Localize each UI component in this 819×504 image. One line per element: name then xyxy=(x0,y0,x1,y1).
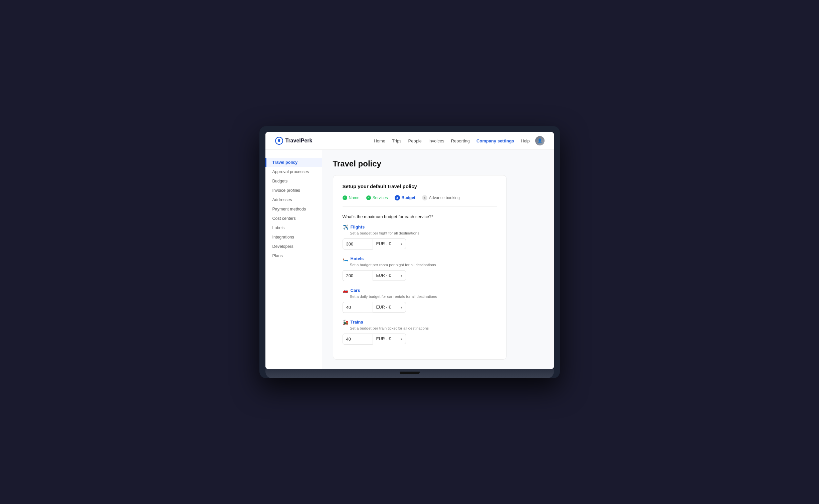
cars-currency-label: EUR - € xyxy=(376,305,391,310)
nav-invoices[interactable]: Invoices xyxy=(428,138,444,143)
trains-section: 🚂 Trains Set a budget per train ticket f… xyxy=(343,320,497,345)
cars-inputs: EUR - € ▾ xyxy=(343,302,497,313)
nav-home[interactable]: Home xyxy=(374,138,385,143)
sidebar-item-addresses[interactable]: Addresses xyxy=(265,195,322,204)
nav-people[interactable]: People xyxy=(408,138,422,143)
trains-chevron-icon: ▾ xyxy=(401,337,402,341)
steps-bar: ✓ Name ✓ Services 3 Budget 4 xyxy=(343,195,497,207)
cars-budget-input[interactable] xyxy=(343,302,373,313)
step-services: ✓ Services xyxy=(366,195,388,200)
cars-currency-select[interactable]: EUR - € ▾ xyxy=(373,302,406,313)
step-services-check: ✓ xyxy=(366,195,371,200)
trains-budget-input[interactable] xyxy=(343,334,373,345)
hotels-desc: Set a budget per room per night for all … xyxy=(343,263,497,267)
trains-currency-select[interactable]: EUR - € ▾ xyxy=(373,334,406,344)
nav-links: Home Trips People Invoices Reporting Com… xyxy=(374,138,530,144)
flights-budget-input[interactable] xyxy=(343,238,373,249)
flights-section: ✈️ Flights Set a budget per flight for a… xyxy=(343,224,497,249)
step-name: ✓ Name xyxy=(343,195,360,200)
sidebar-item-developers[interactable]: Developers xyxy=(265,242,322,251)
user-avatar[interactable]: 👤 xyxy=(535,136,545,145)
step-advance-booking-label: Advance booking xyxy=(429,195,460,200)
sidebar-item-budgets[interactable]: Budgets xyxy=(265,176,322,186)
brand-icon xyxy=(275,136,283,145)
trains-currency-label: EUR - € xyxy=(376,337,391,341)
nav-company-settings[interactable]: Company settings xyxy=(476,138,514,143)
flights-currency-select[interactable]: EUR - € ▾ xyxy=(373,238,406,249)
sidebar-item-travel-policy[interactable]: Travel policy xyxy=(265,158,322,167)
sidebar-item-invoice-profiles[interactable]: Invoice profiles xyxy=(265,186,322,195)
step-budget-num: 3 xyxy=(395,195,400,200)
flights-header: ✈️ Flights xyxy=(343,224,497,230)
hotels-section: 🛏️ Hotels Set a budget per room per nigh… xyxy=(343,256,497,281)
brand-name: TravelPerk xyxy=(285,138,313,144)
sidebar-item-plans[interactable]: Plans xyxy=(265,251,322,261)
sidebar-item-labels[interactable]: Labels xyxy=(265,223,322,232)
page-title: Travel policy xyxy=(333,159,543,168)
flights-chevron-icon: ▾ xyxy=(401,242,402,246)
step-budget-label: Budget xyxy=(402,195,415,200)
hotels-icon: 🛏️ xyxy=(343,256,348,262)
cars-header: 🚗 Cars xyxy=(343,288,497,293)
flights-icon: ✈️ xyxy=(343,224,348,230)
step-name-label: Name xyxy=(349,195,360,200)
sidebar-item-approval-processes[interactable]: Approval processes xyxy=(265,167,322,176)
step-advance-booking: 4 Advance booking xyxy=(422,195,460,200)
hotels-inputs: EUR - € ▾ xyxy=(343,270,497,281)
step-name-check: ✓ xyxy=(343,195,347,200)
hotels-budget-input[interactable] xyxy=(343,270,373,281)
step-budget: 3 Budget xyxy=(395,195,415,200)
trains-name: Trains xyxy=(351,320,363,325)
nav-help[interactable]: Help xyxy=(521,138,530,143)
cars-icon: 🚗 xyxy=(343,288,348,293)
flights-name: Flights xyxy=(351,224,365,229)
cars-chevron-icon: ▾ xyxy=(401,306,402,309)
trains-desc: Set a budget per train ticket for all de… xyxy=(343,326,497,330)
hotels-name: Hotels xyxy=(351,256,364,261)
brand-link[interactable]: TravelPerk xyxy=(275,136,313,145)
budget-question: What's the maximum budget for each servi… xyxy=(343,214,497,219)
cars-name: Cars xyxy=(351,288,360,293)
laptop-notch xyxy=(400,372,420,374)
sidebar: Travel policy Approval processes Budgets… xyxy=(265,150,322,369)
flights-desc: Set a budget per flight for all destinat… xyxy=(343,231,497,235)
nav-reporting[interactable]: Reporting xyxy=(451,138,470,143)
flights-inputs: EUR - € ▾ xyxy=(343,238,497,249)
trains-icon: 🚂 xyxy=(343,320,348,325)
step-services-label: Services xyxy=(373,195,388,200)
main-content: Travel policy Setup your default travel … xyxy=(322,150,554,369)
sidebar-item-cost-centers[interactable]: Cost centers xyxy=(265,214,322,223)
sidebar-item-payment-methods[interactable]: Payment methods xyxy=(265,204,322,214)
hotels-chevron-icon: ▾ xyxy=(401,274,402,278)
hotels-header: 🛏️ Hotels xyxy=(343,256,497,262)
cars-section: 🚗 Cars Set a daily budget for car rental… xyxy=(343,288,497,313)
cars-desc: Set a daily budget for car rentals for a… xyxy=(343,295,497,299)
svg-point-1 xyxy=(278,140,279,141)
policy-card: Setup your default travel policy ✓ Name … xyxy=(333,175,506,360)
hotels-currency-label: EUR - € xyxy=(376,273,391,278)
card-title: Setup your default travel policy xyxy=(343,183,497,189)
hotels-currency-select[interactable]: EUR - € ▾ xyxy=(373,270,406,281)
trains-header: 🚂 Trains xyxy=(343,320,497,325)
step-advance-booking-num: 4 xyxy=(422,195,427,200)
flights-currency-label: EUR - € xyxy=(376,241,391,246)
laptop-base xyxy=(265,369,554,378)
top-nav: TravelPerk Home Trips People Invoices Re… xyxy=(265,132,554,150)
sidebar-item-integrations[interactable]: Integrations xyxy=(265,232,322,242)
main-layout: Travel policy Approval processes Budgets… xyxy=(265,150,554,369)
trains-inputs: EUR - € ▾ xyxy=(343,334,497,345)
nav-trips[interactable]: Trips xyxy=(392,138,401,143)
